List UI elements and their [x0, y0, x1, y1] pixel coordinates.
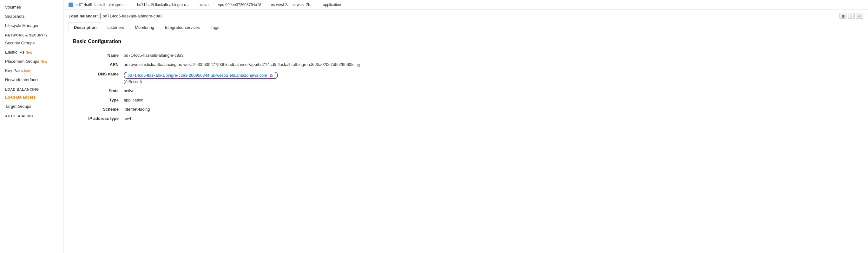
config-value-state: active [124, 86, 859, 95]
elastic-ips-badge: New [26, 51, 32, 54]
sidebar-item-key-pairs[interactable]: Key PairsNew [0, 66, 63, 75]
config-row-scheme: Scheme internet-facing [73, 105, 859, 114]
detail-icon-btn-3[interactable]: ▭ [856, 13, 863, 19]
config-value-scheme: internet-facing [124, 105, 859, 114]
sidebar-item-load-balancers[interactable]: Load Balancers [0, 93, 63, 102]
lb-row-state: active [198, 3, 209, 7]
sidebar-item-network-interfaces[interactable]: Network Interfaces [0, 75, 63, 84]
sidebar-item-lifecycle-manager[interactable]: Lifecycle Manager [0, 21, 63, 30]
lb-row-name2: bd714cd5-flaskalb-albingre-c... [137, 3, 189, 7]
lb-row-checkbox-col: bd714cd5-flaskalb-albingre-c... [68, 3, 127, 7]
config-row-type: Type application [73, 95, 859, 105]
tab-description[interactable]: Description [68, 22, 102, 32]
lb-detail-name: bd714cd5-flaskalb-albingre-c8a3 [102, 13, 162, 19]
tab-monitoring[interactable]: Monitoring [129, 22, 160, 32]
dns-oval: bd714cd5-flaskalb-albingre-c8a3-20095684… [124, 72, 278, 79]
detail-header: Load balancer: bd714cd5-flaskalb-albingr… [63, 10, 868, 22]
dns-link[interactable]: bd714cd5-flaskalb-albingre-c8a3-20095684… [127, 73, 267, 78]
key-pairs-badge: New [24, 69, 31, 73]
sidebar-group-auto-scaling: AUTO SCALING [0, 111, 63, 119]
config-value-ip-type: ipv4 [124, 114, 859, 123]
sidebar-section-network-security: NETWORK & SECURITY [0, 30, 63, 38]
config-row-state: State active [73, 86, 859, 95]
sidebar: Volumes Snapshots Lifecycle Manager NETW… [0, 0, 63, 253]
config-row-ip-type: IP address type ipv4 [73, 114, 859, 123]
sidebar-group-load-balancing: LOAD BALANCING Load Balancers Target Gro… [0, 84, 63, 111]
sidebar-section-load-balancing: LOAD BALANCING [0, 84, 63, 93]
config-row-arn: ARN arn:aws:elasticloadbalancing:us-west… [73, 60, 859, 69]
tab-integrated-services[interactable]: Integrated services [160, 22, 205, 32]
config-label-ip-type: IP address type [73, 114, 124, 123]
config-label-name: Name [73, 51, 124, 60]
config-label-arn: ARN [73, 60, 124, 69]
config-value-arn: arn:aws:elasticloadbalancing:us-west-2:4… [124, 60, 859, 69]
arn-copy-icon[interactable]: ⧉ [357, 63, 361, 67]
lb-row-vpc: vpc-099ee372603764a18 [218, 3, 261, 7]
config-label-type: Type [73, 95, 124, 105]
sidebar-section-auto-scaling: AUTO SCALING [0, 111, 63, 119]
detail-header-title: Load balancer: bd714cd5-flaskalb-albingr… [68, 13, 162, 19]
config-value-dns: bd714cd5-flaskalb-albingre-c8a3-20095684… [124, 69, 859, 86]
placement-groups-badge: New [41, 60, 47, 63]
sidebar-item-snapshots[interactable]: Snapshots [0, 12, 63, 21]
detail-icon-btn-1[interactable]: ▩ [839, 13, 846, 19]
lb-bar-icon [100, 13, 100, 19]
basic-config-title: Basic Configuration [73, 39, 859, 44]
tab-tags[interactable]: Tags [205, 22, 225, 32]
main-content: bd714cd5-flaskalb-albingre-c... bd714cd5… [63, 0, 868, 253]
lb-row-checkbox[interactable] [68, 3, 73, 7]
tabs-bar: Description Listeners Monitoring Integra… [63, 22, 868, 32]
sidebar-item-security-groups[interactable]: Security Groups [0, 38, 63, 48]
detail-header-icons: ▩ ▫ ▭ [839, 13, 863, 19]
config-row-dns: DNS name bd714cd5-flaskalb-albingre-c8a3… [73, 69, 859, 86]
sidebar-group-storage: Volumes Snapshots Lifecycle Manager [0, 3, 63, 30]
lb-table-row: bd714cd5-flaskalb-albingre-c... bd714cd5… [63, 0, 868, 10]
sidebar-group-network-security: NETWORK & SECURITY Security Groups Elast… [0, 30, 63, 84]
sidebar-item-target-groups[interactable]: Target Groups [0, 102, 63, 111]
tab-listeners[interactable]: Listeners [102, 22, 130, 32]
sidebar-item-volumes[interactable]: Volumes [0, 3, 63, 12]
config-label-scheme: Scheme [73, 105, 124, 114]
dns-copy-icon[interactable]: ⧉ [270, 73, 274, 77]
sidebar-item-elastic-ips[interactable]: Elastic IPsNew [0, 48, 63, 57]
dns-a-record: (A Record) [124, 80, 859, 84]
config-value-type: application [124, 95, 859, 105]
detail-panel: Basic Configuration Name bd714cd5-flaska… [63, 32, 868, 253]
config-row-name: Name bd714cd5-flaskalb-albingre-c8a3 [73, 51, 859, 60]
config-label-state: State [73, 86, 124, 95]
detail-icon-btn-2[interactable]: ▫ [848, 13, 855, 19]
lb-row-name1: bd714cd5-flaskalb-albingre-c... [75, 3, 127, 7]
config-value-name: bd714cd5-flaskalb-albingre-c8a3 [124, 51, 859, 60]
lb-row-type: application [323, 3, 341, 7]
lb-row-az: us-west-2a, us-west-2b... [271, 3, 313, 7]
config-label-dns: DNS name [73, 69, 124, 86]
sidebar-item-placement-groups[interactable]: Placement GroupsNew [0, 57, 63, 66]
config-table: Name bd714cd5-flaskalb-albingre-c8a3 ARN… [73, 51, 859, 123]
lb-detail-label: Load balancer: [68, 13, 98, 19]
